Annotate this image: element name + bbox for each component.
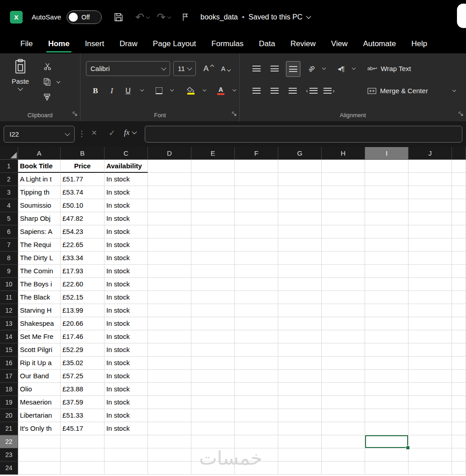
- cell-partial-13[interactable]: [452, 317, 466, 330]
- row-header-20[interactable]: 20: [0, 409, 18, 422]
- column-header-partial[interactable]: [452, 147, 466, 160]
- cell-G24[interactable]: [278, 462, 322, 475]
- cell-F24[interactable]: [235, 462, 278, 475]
- cell-G22[interactable]: [278, 435, 322, 448]
- font-color-button[interactable]: A: [214, 83, 227, 98]
- cell-F8[interactable]: [235, 252, 278, 265]
- cell-C8[interactable]: In stock: [105, 252, 148, 265]
- cell-D15[interactable]: [148, 343, 191, 357]
- cell-H18[interactable]: [322, 383, 365, 396]
- cell-G17[interactable]: [278, 370, 322, 383]
- cell-J12[interactable]: [409, 304, 452, 317]
- cell-J11[interactable]: [409, 291, 452, 304]
- cell-H7[interactable]: [322, 238, 365, 252]
- cell-E21[interactable]: [191, 422, 235, 435]
- cell-D11[interactable]: [148, 291, 191, 304]
- cell-J21[interactable]: [409, 422, 452, 435]
- cell-H5[interactable]: [322, 212, 365, 225]
- cell-E15[interactable]: [191, 343, 235, 357]
- cell-F7[interactable]: [235, 238, 278, 252]
- cell-A16[interactable]: Rip it Up a: [18, 357, 61, 370]
- cell-I15[interactable]: [365, 343, 409, 357]
- cell-D22[interactable]: [148, 435, 191, 448]
- wrap-text-button[interactable]: ab↩ Wrap Text: [367, 61, 440, 76]
- cell-E6[interactable]: [191, 225, 235, 238]
- column-header-D[interactable]: D: [148, 147, 191, 160]
- name-box[interactable]: I22: [4, 126, 75, 143]
- cell-G7[interactable]: [278, 238, 322, 252]
- cell-G1[interactable]: [278, 160, 322, 173]
- cell-J23[interactable]: [409, 448, 452, 462]
- cell-F23[interactable]: [235, 448, 278, 462]
- cell-F12[interactable]: [235, 304, 278, 317]
- cell-C7[interactable]: In stock: [105, 238, 148, 252]
- cell-E20[interactable]: [191, 409, 235, 422]
- cell-J2[interactable]: [409, 173, 452, 186]
- cell-B15[interactable]: £52.29: [61, 343, 105, 357]
- cell-J16[interactable]: [409, 357, 452, 370]
- cell-B9[interactable]: £17.93: [61, 265, 105, 278]
- cell-I19[interactable]: [365, 396, 409, 409]
- cell-J17[interactable]: [409, 370, 452, 383]
- cell-H6[interactable]: [322, 225, 365, 238]
- cell-B1[interactable]: Price: [61, 160, 105, 173]
- row-header-9[interactable]: 9: [0, 265, 18, 278]
- cell-A9[interactable]: The Comin: [18, 265, 61, 278]
- cell-E12[interactable]: [191, 304, 235, 317]
- cell-I20[interactable]: [365, 409, 409, 422]
- cell-B3[interactable]: £53.74: [61, 186, 105, 199]
- menu-tab-automate[interactable]: Automate: [355, 34, 404, 53]
- cell-B7[interactable]: £22.65: [61, 238, 105, 252]
- cell-E7[interactable]: [191, 238, 235, 252]
- row-header-23[interactable]: 23: [0, 448, 18, 462]
- row-header-1[interactable]: 1: [0, 160, 18, 173]
- cell-partial-16[interactable]: [452, 357, 466, 370]
- cell-D1[interactable]: [148, 160, 191, 173]
- cell-A17[interactable]: Our Band: [18, 370, 61, 383]
- row-header-17[interactable]: 17: [0, 370, 18, 383]
- cell-A21[interactable]: It's Only th: [18, 422, 61, 435]
- cell-H24[interactable]: [322, 462, 365, 475]
- cell-J7[interactable]: [409, 238, 452, 252]
- increase-indent-button[interactable]: ›: [322, 83, 336, 98]
- column-header-G[interactable]: G: [278, 147, 322, 160]
- row-header-2[interactable]: 2: [0, 173, 18, 186]
- merge-center-button[interactable]: Merge & Center: [367, 83, 453, 98]
- row-header-13[interactable]: 13: [0, 317, 18, 330]
- bold-button[interactable]: B: [90, 83, 101, 98]
- row-header-16[interactable]: 16: [0, 357, 18, 370]
- cell-partial-3[interactable]: [452, 186, 466, 199]
- cell-I12[interactable]: [365, 304, 409, 317]
- cell-D16[interactable]: [148, 357, 191, 370]
- cell-H1[interactable]: [322, 160, 365, 173]
- cell-C15[interactable]: In stock: [105, 343, 148, 357]
- cell-A23[interactable]: [18, 448, 61, 462]
- cell-partial-11[interactable]: [452, 291, 466, 304]
- cell-F22[interactable]: [235, 435, 278, 448]
- cell-C24[interactable]: [105, 462, 148, 475]
- cell-C1[interactable]: Availability: [105, 160, 148, 173]
- cell-G4[interactable]: [278, 199, 322, 212]
- cell-H4[interactable]: [322, 199, 365, 212]
- quick-access-flag-icon[interactable]: [181, 13, 189, 22]
- row-header-7[interactable]: 7: [0, 238, 18, 252]
- cell-D21[interactable]: [148, 422, 191, 435]
- cell-E24[interactable]: [191, 462, 235, 475]
- row-header-22[interactable]: 22: [0, 435, 18, 448]
- cell-I7[interactable]: [365, 238, 409, 252]
- cell-H10[interactable]: [322, 278, 365, 291]
- orientation-chevron-down-icon[interactable]: [322, 66, 326, 70]
- increase-font-size-button[interactable]: A: [201, 61, 216, 76]
- cell-A2[interactable]: A Light in t: [18, 173, 61, 186]
- cell-I9[interactable]: [365, 265, 409, 278]
- cell-E22[interactable]: [191, 435, 235, 448]
- cell-J13[interactable]: [409, 317, 452, 330]
- cell-F20[interactable]: [235, 409, 278, 422]
- align-left-button[interactable]: [250, 83, 263, 98]
- cell-H22[interactable]: [322, 435, 365, 448]
- cell-G6[interactable]: [278, 225, 322, 238]
- cell-E23[interactable]: [191, 448, 235, 462]
- cell-J8[interactable]: [409, 252, 452, 265]
- cell-C11[interactable]: In stock: [105, 291, 148, 304]
- row-header-15[interactable]: 15: [0, 343, 18, 357]
